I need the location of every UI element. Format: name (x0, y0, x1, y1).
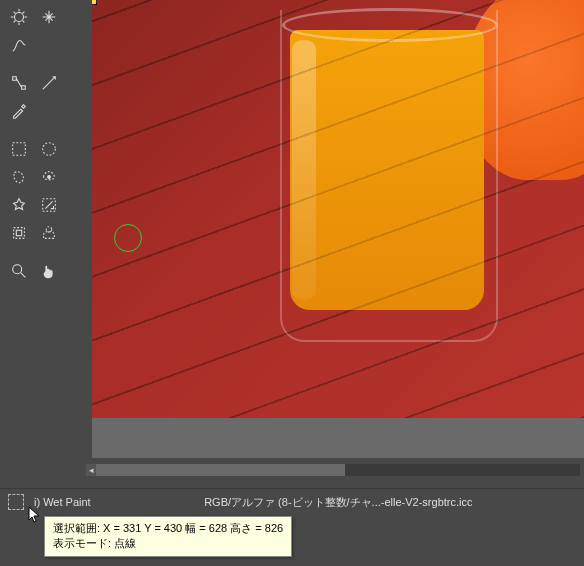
measure-tool[interactable] (38, 72, 60, 94)
canvas-area (86, 0, 584, 460)
selection-info-tooltip: 選択範囲: X = 331 Y = 430 幅 = 628 高さ = 826 表… (44, 516, 292, 557)
svg-point-8 (13, 265, 22, 274)
tooltip-line-display-mode: 表示モード: 点線 (53, 536, 283, 551)
crop-tool[interactable] (8, 222, 30, 244)
active-layer-label: i) Wet Paint (34, 496, 91, 508)
free-select-tool[interactable] (8, 166, 30, 188)
fuzzy-select-tool[interactable] (8, 194, 30, 216)
color-picker-tool[interactable] (8, 100, 30, 122)
node-edit-tool[interactable] (8, 72, 30, 94)
svg-rect-5 (14, 228, 25, 239)
svg-point-2 (43, 143, 56, 156)
selection-mode-icon[interactable] (8, 494, 24, 510)
foreground-select-tool[interactable] (38, 222, 60, 244)
scissors-select-tool[interactable] (38, 166, 60, 188)
svg-point-0 (15, 13, 24, 22)
canvas-pasteboard (92, 418, 584, 458)
tooltip-line-selection: 選択範囲: X = 331 Y = 430 幅 = 628 高さ = 826 (53, 521, 283, 536)
warp-tool[interactable] (8, 34, 30, 56)
move-pan-tool[interactable] (38, 260, 60, 282)
selection-corner-marker (92, 0, 96, 4)
ellipse-select-tool[interactable] (38, 138, 60, 160)
image-content-glass (272, 0, 502, 350)
brightness-contrast-tool[interactable] (8, 6, 30, 28)
horizontal-scrollbar[interactable]: ◂ (86, 462, 584, 478)
svg-rect-6 (16, 230, 21, 235)
rect-select-tool[interactable] (8, 138, 30, 160)
toolbox (0, 0, 80, 480)
svg-point-3 (48, 176, 51, 179)
image-mode-label: RGB/アルファ (8-ビット整数/チャ...-elle-V2-srgbtrc.… (101, 495, 576, 510)
status-bar: i) Wet Paint RGB/アルファ (8-ビット整数/チャ...-ell… (0, 488, 584, 515)
brush-cursor-indicator (114, 224, 142, 252)
image-canvas[interactable] (92, 0, 584, 418)
image-content-background-object (464, 0, 584, 180)
heal-sparkle-tool[interactable] (38, 6, 60, 28)
svg-rect-1 (13, 143, 26, 156)
by-color-select-tool[interactable] (38, 194, 60, 216)
scrollbar-thumb[interactable] (96, 464, 345, 476)
zoom-tool[interactable] (8, 260, 30, 282)
scroll-left-arrow[interactable]: ◂ (86, 464, 96, 476)
